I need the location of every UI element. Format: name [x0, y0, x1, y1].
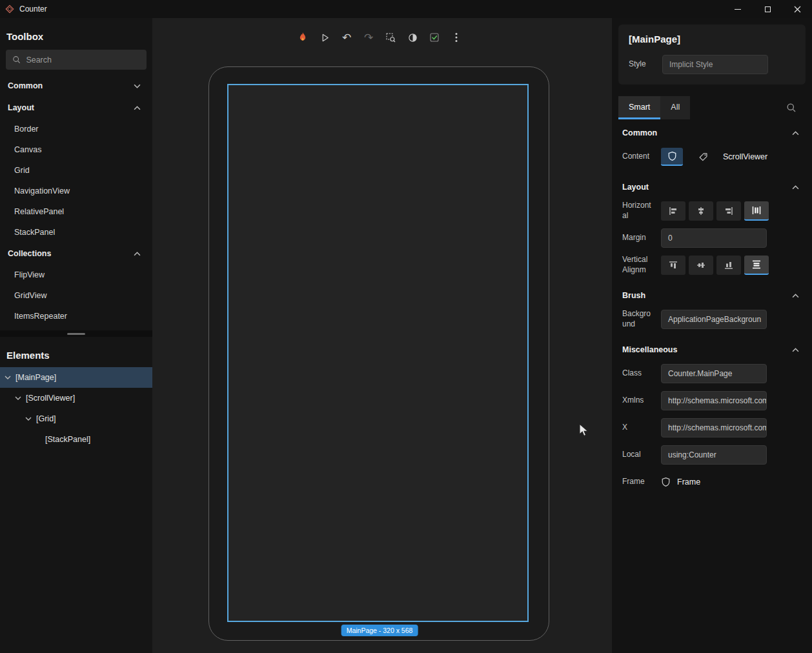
- content-tag-button[interactable]: [692, 148, 714, 166]
- background-row: Background ApplicationPageBackgroun: [622, 309, 802, 330]
- inspector-tabs: Smart All: [618, 96, 806, 119]
- toolbox-section-layout[interactable]: Layout: [0, 97, 152, 119]
- splitter-grip-icon: [67, 333, 85, 335]
- chevron-up-icon: [792, 131, 799, 136]
- align-stretch-vertical-icon: [751, 259, 762, 270]
- toolbox-item-flipview[interactable]: FlipView: [0, 265, 152, 285]
- margin-label: Margin: [622, 233, 652, 243]
- local-value: using:Counter: [668, 450, 716, 459]
- align-center-vertical-button[interactable]: [689, 256, 713, 275]
- x-input[interactable]: http://schemas.microsoft.com: [661, 418, 767, 437]
- vertical-alignment-label: Vertical Alignm: [622, 255, 652, 275]
- class-input[interactable]: Counter.MainPage: [661, 364, 767, 383]
- align-top-button[interactable]: [661, 256, 685, 275]
- window-controls: [723, 0, 812, 18]
- inspector-title: [MainPage]: [629, 34, 795, 45]
- design-surface-mainpage[interactable]: [227, 84, 529, 622]
- minimize-icon: [735, 9, 741, 10]
- background-value: ApplicationPageBackgroun: [668, 315, 761, 324]
- content-label: Content: [622, 152, 652, 162]
- tree-item-stackpanel[interactable]: [StackPanel]: [0, 429, 152, 450]
- chevron-down-icon[interactable]: [14, 396, 22, 400]
- chevron-down-icon[interactable]: [4, 376, 12, 379]
- chevron-down-icon[interactable]: [25, 417, 32, 421]
- toolbox-section-common[interactable]: Common: [0, 75, 152, 97]
- validation-button[interactable]: [426, 29, 443, 46]
- tree-item-grid[interactable]: [Grid]: [0, 408, 152, 429]
- tree-item-label: [StackPanel]: [45, 435, 90, 444]
- align-right-icon: [724, 206, 734, 216]
- redo-button[interactable]: ↷: [360, 29, 377, 46]
- play-button[interactable]: [316, 29, 333, 46]
- content-element-button[interactable]: [661, 148, 683, 166]
- inspector-panel: [MainPage] Style Implicit Style Smart Al…: [612, 18, 812, 653]
- align-center-vertical-icon: [696, 260, 706, 270]
- theme-toggle-icon: [408, 33, 418, 43]
- more-menu-button[interactable]: [448, 29, 465, 46]
- panel-splitter[interactable]: [0, 330, 152, 337]
- align-stretch-horizontal-button[interactable]: [744, 201, 769, 221]
- background-input[interactable]: ApplicationPageBackgroun: [661, 310, 767, 329]
- toolbox-search[interactable]: [6, 50, 147, 70]
- tab-all[interactable]: All: [660, 96, 690, 119]
- toolbox-item-relativepanel[interactable]: RelativePanel: [0, 201, 152, 222]
- shield-icon: [661, 477, 671, 487]
- toolbox-section-collections[interactable]: Collections: [0, 243, 152, 265]
- section-common[interactable]: Common: [612, 119, 812, 143]
- tab-label: Smart: [629, 103, 650, 112]
- hot-reload-flame-icon: [298, 32, 308, 43]
- close-button[interactable]: [782, 0, 812, 18]
- section-label: Layout: [622, 183, 649, 192]
- align-left-icon: [668, 206, 678, 216]
- zoom-selection-icon: [385, 32, 396, 43]
- toolbox-item-navigationview[interactable]: NavigationView: [0, 181, 152, 201]
- tree-item-mainpage[interactable]: [MainPage]: [0, 367, 152, 388]
- properties-search-button[interactable]: [786, 103, 806, 113]
- xmlns-input[interactable]: http://schemas.microsoft.com: [661, 391, 767, 410]
- search-icon: [12, 55, 21, 65]
- toolbox-item-grid[interactable]: Grid: [0, 160, 152, 181]
- toolbox-item-gridview[interactable]: GridView: [0, 285, 152, 306]
- minimize-button[interactable]: [723, 0, 753, 18]
- undo-icon: ↶: [342, 32, 351, 43]
- section-label: Collections: [8, 249, 51, 258]
- toolbox-item-itemsrepeater[interactable]: ItemsRepeater: [0, 306, 152, 326]
- undo-button[interactable]: ↶: [338, 29, 355, 46]
- tab-smart[interactable]: Smart: [618, 96, 660, 119]
- inspector-header-card: [MainPage] Style Implicit Style: [618, 25, 806, 85]
- theme-toggle-button[interactable]: [404, 29, 421, 46]
- toolbox-item-border[interactable]: Border: [0, 119, 152, 139]
- align-bottom-button[interactable]: [716, 256, 741, 275]
- section-miscellaneous[interactable]: Miscellaneous: [612, 336, 812, 359]
- align-center-horizontal-button[interactable]: [689, 201, 713, 221]
- style-input[interactable]: Implicit Style: [662, 55, 768, 74]
- align-center-horizontal-icon: [696, 206, 706, 216]
- toolbox-item-stackpanel[interactable]: StackPanel: [0, 222, 152, 243]
- local-input[interactable]: using:Counter: [661, 445, 767, 465]
- section-brush[interactable]: Brush: [612, 282, 812, 305]
- margin-row: Margin 0: [622, 228, 802, 248]
- local-label: Local: [622, 450, 652, 460]
- class-value: Counter.MainPage: [668, 369, 732, 378]
- search-input[interactable]: [26, 55, 140, 65]
- close-icon: [794, 6, 801, 13]
- align-stretch-vertical-button[interactable]: [744, 256, 769, 275]
- section-label: Common: [622, 128, 657, 137]
- background-label: Background: [622, 309, 652, 329]
- section-label: Layout: [8, 103, 34, 112]
- class-label: Class: [622, 368, 652, 379]
- validation-check-icon: [429, 32, 440, 43]
- frame-reference[interactable]: Frame: [661, 477, 700, 487]
- tree-item-scrollviewer[interactable]: [ScrollViewer]: [0, 388, 152, 408]
- align-stretch-horizontal-icon: [751, 205, 762, 216]
- toolbox-item-canvas[interactable]: Canvas: [0, 139, 152, 160]
- margin-input[interactable]: 0: [661, 228, 767, 248]
- section-layout[interactable]: Layout: [612, 174, 812, 197]
- tree-item-label: [MainPage]: [15, 373, 56, 382]
- align-right-button[interactable]: [716, 201, 741, 221]
- maximize-button[interactable]: [753, 0, 782, 18]
- align-left-button[interactable]: [661, 201, 685, 221]
- x-label: X: [622, 423, 652, 433]
- zoom-selection-button[interactable]: [382, 29, 399, 46]
- hot-reload-button[interactable]: [294, 29, 311, 46]
